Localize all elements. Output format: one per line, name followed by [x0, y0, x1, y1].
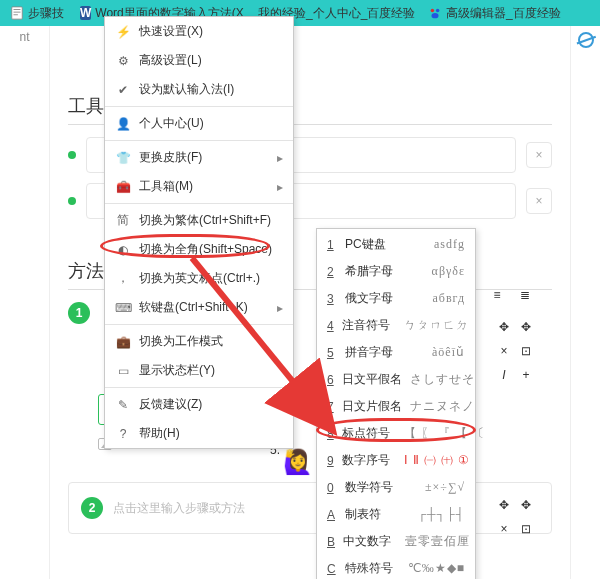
svg-rect-0 — [12, 7, 23, 19]
sub-greek[interactable]: 2希腊字母αβγδε — [317, 258, 475, 285]
step2-toolbar-a: ✥ × — [494, 498, 514, 536]
svg-point-5 — [436, 9, 440, 13]
menu-show-status[interactable]: ▭显示状态栏(Y) — [105, 356, 293, 385]
word-icon: W — [80, 6, 91, 20]
menu-quick-settings[interactable]: ⚡快速设置(X) — [105, 17, 293, 46]
sub-pc-keyboard[interactable]: 1PC键盘asdfg — [317, 231, 475, 258]
menu-fullwidth[interactable]: ◐切换为全角(Shift+Space) — [105, 235, 293, 264]
skin-icon: 👕 — [115, 150, 131, 166]
right-gutter — [570, 26, 600, 579]
bullet-icon — [68, 151, 76, 159]
step-number-1: 1 — [68, 302, 90, 324]
sub-special[interactable]: C特殊符号℃‰★◆■ — [317, 555, 475, 579]
fullwidth-icon: ◐ — [115, 242, 131, 258]
browser-tabbar: 步骤技 W Word里面的数字输入方法(X)... 我的经验_个人中心_百度经验… — [0, 0, 600, 26]
sub-number-seq[interactable]: 9数字序号Ⅰ Ⅱ ㈠ ㈩ ① — [317, 447, 475, 474]
tab-0[interactable]: 步骤技 — [4, 3, 70, 24]
bolt-icon: ⚡ — [115, 24, 131, 40]
status-icon: ▭ — [115, 363, 131, 379]
ordered-list-icon[interactable]: ≡ — [487, 288, 507, 302]
sub-pinyin[interactable]: 5拼音字母àōêīǔ — [317, 339, 475, 366]
italic-icon[interactable]: I — [502, 368, 505, 382]
sub-russian[interactable]: 3俄文字母абвгд — [317, 285, 475, 312]
user-icon: 👤 — [115, 116, 131, 132]
step-2-placeholder: 点击这里输入步骤或方法 — [113, 500, 245, 517]
sub-katakana[interactable]: 7日文片假名ナニヌネノ — [317, 393, 475, 420]
close-icon[interactable]: × — [500, 344, 507, 358]
lock-icon[interactable]: ⊡ — [521, 344, 531, 358]
emoji-icon: 🙋‍♀️ — [283, 448, 313, 476]
punct-icon: ， — [115, 271, 131, 287]
remove-row-button[interactable]: × — [526, 188, 552, 214]
left-label: nt — [19, 30, 29, 579]
menu-set-default[interactable]: ✔设为默认输入法(I) — [105, 75, 293, 104]
simp-trad-icon: 简 — [115, 213, 131, 229]
step2-toolbar-b: ✥ ⊡ — [516, 498, 536, 536]
menu-traditional[interactable]: 简切换为繁体(Ctrl+Shift+F) — [105, 206, 293, 235]
menu-advanced-settings[interactable]: ⚙高级设置(L) — [105, 46, 293, 75]
chevron-right-icon: ▸ — [277, 301, 283, 315]
menu-change-skin[interactable]: 👕更换皮肤(F)▸ — [105, 143, 293, 172]
menu-user-center[interactable]: 👤个人中心(U) — [105, 109, 293, 138]
step-2-box[interactable]: 2 点击这里输入步骤或方法 — [68, 482, 552, 534]
ime-context-menu: ⚡快速设置(X) ⚙高级设置(L) ✔设为默认输入法(I) 👤个人中心(U) 👕… — [104, 16, 294, 449]
gear-icon: ⚙ — [115, 53, 131, 69]
step-number-2: 2 — [81, 497, 103, 519]
tab-label: 步骤技 — [28, 5, 64, 22]
doc-icon — [10, 6, 24, 20]
menu-separator — [105, 387, 293, 388]
briefcase-icon: 💼 — [115, 334, 131, 350]
svg-point-6 — [432, 13, 439, 18]
soft-keyboard-submenu: 1PC键盘asdfg 2希腊字母αβγδε 3俄文字母абвгд 4注音符号ㄅㄆ… — [316, 228, 476, 579]
chevron-right-icon: ▸ — [277, 180, 283, 194]
add-icon[interactable]: + — [522, 368, 529, 382]
sub-zhuyin[interactable]: 4注音符号ㄅㄆㄇㄈㄉ — [317, 312, 475, 339]
menu-separator — [105, 203, 293, 204]
bullet-icon — [68, 197, 76, 205]
move-icon[interactable]: ✥ — [521, 498, 531, 512]
chevron-right-icon: ▸ — [277, 151, 283, 165]
tab-label: 高级编辑器_百度经验 — [446, 5, 561, 22]
format-row: ≡ ≣ — [487, 288, 535, 302]
move-icon[interactable]: ✥ — [521, 320, 531, 334]
step1-toolbar-a: ✥ × I — [494, 320, 514, 382]
menu-separator — [105, 324, 293, 325]
sub-hiragana[interactable]: 6日文平假名さしすせそ — [317, 366, 475, 393]
menu-en-punct[interactable]: ，切换为英文标点(Ctrl+.) — [105, 264, 293, 293]
unordered-list-icon[interactable]: ≣ — [515, 288, 535, 302]
left-gutter: nt — [0, 26, 50, 579]
menu-soft-keyboard[interactable]: ⌨软键盘(Ctrl+Shift+K)▸ — [105, 293, 293, 322]
sub-cn-numbers[interactable]: B中文数字壹零壹佰厘 — [317, 528, 475, 555]
sub-box-drawing[interactable]: A制表符┌┼┐├┤ — [317, 501, 475, 528]
menu-work-mode[interactable]: 💼切换为工作模式 — [105, 327, 293, 356]
check-icon: ✔ — [115, 82, 131, 98]
feedback-icon: ✎ — [115, 397, 131, 413]
step1-toolbar-b: ✥ ⊡ + — [516, 320, 536, 382]
menu-separator — [105, 140, 293, 141]
lock-icon[interactable]: ⊡ — [521, 522, 531, 536]
menu-separator — [105, 106, 293, 107]
toolbox-icon: 🧰 — [115, 179, 131, 195]
menu-toolbox[interactable]: 🧰工具箱(M)▸ — [105, 172, 293, 201]
sub-punctuation[interactable]: 8标点符号【 〖 『 【 〔 — [317, 420, 475, 447]
menu-feedback[interactable]: ✎反馈建议(Z) — [105, 390, 293, 419]
menu-help[interactable]: ?帮助(H) — [105, 419, 293, 448]
move-icon[interactable]: ✥ — [499, 498, 509, 512]
keyboard-icon: ⌨ — [115, 300, 131, 316]
baidu-icon — [428, 6, 442, 20]
move-icon[interactable]: ✥ — [499, 320, 509, 334]
svg-point-4 — [431, 9, 435, 13]
help-icon: ? — [115, 426, 131, 442]
ie-icon[interactable] — [578, 32, 594, 48]
close-icon[interactable]: × — [500, 522, 507, 536]
remove-row-button[interactable]: × — [526, 142, 552, 168]
sub-math[interactable]: 0数学符号±×÷∑√ — [317, 474, 475, 501]
tab-3[interactable]: 高级编辑器_百度经验 — [422, 3, 567, 24]
